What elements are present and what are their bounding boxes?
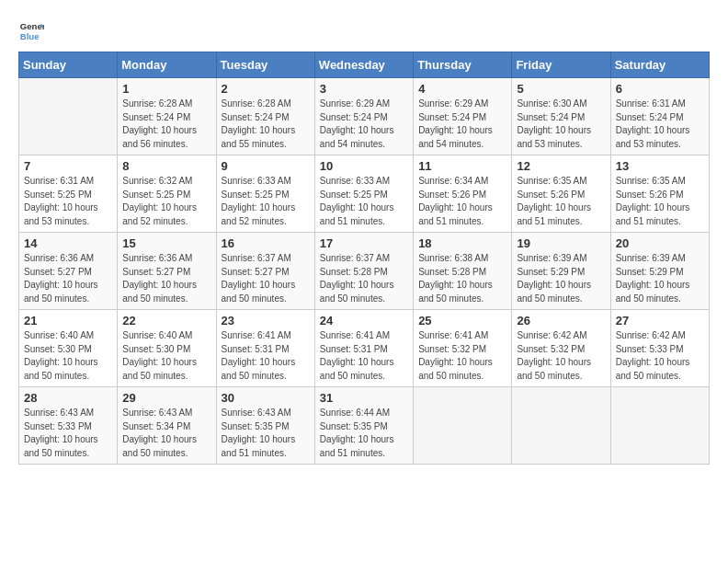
day-info: Sunrise: 6:41 AM Sunset: 5:31 PM Dayligh…	[320, 329, 408, 383]
day-number: 23	[222, 314, 310, 327]
calendar-cell: 23Sunrise: 6:41 AM Sunset: 5:31 PM Dayli…	[216, 310, 314, 387]
day-info: Sunrise: 6:36 AM Sunset: 5:27 PM Dayligh…	[24, 252, 112, 305]
calendar-cell: 5Sunrise: 6:30 AM Sunset: 5:24 PM Daylig…	[512, 78, 610, 155]
day-info: Sunrise: 6:39 AM Sunset: 5:29 PM Dayligh…	[517, 252, 605, 305]
day-info: Sunrise: 6:32 AM Sunset: 5:25 PM Dayligh…	[122, 175, 210, 228]
calendar-cell: 10Sunrise: 6:33 AM Sunset: 5:25 PM Dayli…	[314, 155, 413, 233]
calendar-cell: 1Sunrise: 6:28 AM Sunset: 5:24 PM Daylig…	[118, 78, 216, 155]
calendar-cell: 6Sunrise: 6:31 AM Sunset: 5:24 PM Daylig…	[610, 78, 709, 155]
day-number: 29	[122, 391, 210, 405]
calendar-cell: 30Sunrise: 6:43 AM Sunset: 5:35 PM Dayli…	[216, 387, 314, 465]
day-number: 25	[418, 314, 506, 327]
day-info: Sunrise: 6:34 AM Sunset: 5:26 PM Dayligh…	[418, 175, 506, 228]
day-info: Sunrise: 6:40 AM Sunset: 5:30 PM Dayligh…	[24, 329, 112, 383]
calendar-cell: 19Sunrise: 6:39 AM Sunset: 5:29 PM Dayli…	[512, 233, 610, 310]
day-number: 15	[122, 236, 210, 250]
calendar-cell: 21Sunrise: 6:40 AM Sunset: 5:30 PM Dayli…	[19, 310, 118, 387]
weekday-header: Friday	[512, 52, 610, 78]
logo-icon: General Blue	[18, 18, 44, 44]
day-info: Sunrise: 6:43 AM Sunset: 5:33 PM Dayligh…	[24, 407, 112, 460]
calendar-cell: 20Sunrise: 6:39 AM Sunset: 5:29 PM Dayli…	[610, 233, 709, 310]
day-number: 12	[517, 159, 605, 173]
day-info: Sunrise: 6:41 AM Sunset: 5:32 PM Dayligh…	[418, 329, 506, 383]
calendar-cell: 29Sunrise: 6:43 AM Sunset: 5:34 PM Dayli…	[118, 387, 216, 465]
day-number: 30	[222, 391, 310, 405]
day-number: 26	[517, 314, 605, 327]
day-info: Sunrise: 6:28 AM Sunset: 5:24 PM Dayligh…	[122, 98, 210, 151]
day-number: 27	[616, 314, 704, 327]
day-info: Sunrise: 6:29 AM Sunset: 5:24 PM Dayligh…	[418, 98, 506, 151]
day-info: Sunrise: 6:37 AM Sunset: 5:27 PM Dayligh…	[222, 252, 310, 305]
calendar-cell: 22Sunrise: 6:40 AM Sunset: 5:30 PM Dayli…	[118, 310, 216, 387]
calendar-cell: 18Sunrise: 6:38 AM Sunset: 5:28 PM Dayli…	[414, 233, 512, 310]
day-number: 6	[616, 82, 704, 96]
calendar-cell: 24Sunrise: 6:41 AM Sunset: 5:31 PM Dayli…	[314, 310, 413, 387]
calendar-cell: 8Sunrise: 6:32 AM Sunset: 5:25 PM Daylig…	[118, 155, 216, 233]
calendar-cell: 25Sunrise: 6:41 AM Sunset: 5:32 PM Dayli…	[414, 310, 512, 387]
calendar-cell: 28Sunrise: 6:43 AM Sunset: 5:33 PM Dayli…	[19, 387, 118, 465]
day-number: 18	[418, 236, 506, 250]
logo: General Blue	[18, 18, 48, 44]
day-number: 20	[616, 236, 704, 250]
calendar-cell: 7Sunrise: 6:31 AM Sunset: 5:25 PM Daylig…	[19, 155, 118, 233]
calendar-cell: 3Sunrise: 6:29 AM Sunset: 5:24 PM Daylig…	[314, 78, 413, 155]
day-info: Sunrise: 6:31 AM Sunset: 5:25 PM Dayligh…	[24, 175, 112, 228]
day-number: 13	[616, 159, 704, 173]
day-info: Sunrise: 6:42 AM Sunset: 5:32 PM Dayligh…	[517, 329, 605, 383]
day-info: Sunrise: 6:44 AM Sunset: 5:35 PM Dayligh…	[320, 407, 408, 460]
svg-text:General: General	[20, 21, 44, 31]
weekday-row: SundayMondayTuesdayWednesdayThursdayFrid…	[19, 52, 710, 78]
calendar: SundayMondayTuesdayWednesdayThursdayFrid…	[18, 52, 710, 465]
calendar-week-row: 7Sunrise: 6:31 AM Sunset: 5:25 PM Daylig…	[19, 155, 710, 233]
day-number: 19	[517, 236, 605, 250]
calendar-cell: 14Sunrise: 6:36 AM Sunset: 5:27 PM Dayli…	[19, 233, 118, 310]
calendar-cell: 2Sunrise: 6:28 AM Sunset: 5:24 PM Daylig…	[216, 78, 314, 155]
svg-text:Blue: Blue	[20, 31, 40, 41]
calendar-week-row: 14Sunrise: 6:36 AM Sunset: 5:27 PM Dayli…	[19, 233, 710, 310]
calendar-header: SundayMondayTuesdayWednesdayThursdayFrid…	[19, 52, 710, 78]
calendar-cell	[19, 78, 118, 155]
day-number: 11	[418, 159, 506, 173]
day-info: Sunrise: 6:42 AM Sunset: 5:33 PM Dayligh…	[616, 329, 704, 383]
day-number: 14	[24, 236, 112, 250]
day-number: 9	[222, 159, 310, 173]
day-info: Sunrise: 6:33 AM Sunset: 5:25 PM Dayligh…	[320, 175, 408, 228]
day-number: 17	[320, 236, 408, 250]
day-info: Sunrise: 6:41 AM Sunset: 5:31 PM Dayligh…	[222, 329, 310, 383]
day-info: Sunrise: 6:33 AM Sunset: 5:25 PM Dayligh…	[222, 175, 310, 228]
day-number: 5	[517, 82, 605, 96]
day-number: 2	[222, 82, 310, 96]
calendar-cell: 16Sunrise: 6:37 AM Sunset: 5:27 PM Dayli…	[216, 233, 314, 310]
day-number: 22	[122, 314, 210, 327]
calendar-cell: 9Sunrise: 6:33 AM Sunset: 5:25 PM Daylig…	[216, 155, 314, 233]
calendar-cell	[414, 387, 512, 465]
day-info: Sunrise: 6:43 AM Sunset: 5:35 PM Dayligh…	[222, 407, 310, 460]
calendar-week-row: 1Sunrise: 6:28 AM Sunset: 5:24 PM Daylig…	[19, 78, 710, 155]
day-info: Sunrise: 6:40 AM Sunset: 5:30 PM Dayligh…	[122, 329, 210, 383]
day-number: 31	[320, 391, 408, 405]
day-number: 7	[24, 159, 112, 173]
weekday-header: Sunday	[19, 52, 118, 78]
day-info: Sunrise: 6:37 AM Sunset: 5:28 PM Dayligh…	[320, 252, 408, 305]
day-number: 21	[24, 314, 112, 327]
day-number: 4	[418, 82, 506, 96]
day-info: Sunrise: 6:28 AM Sunset: 5:24 PM Dayligh…	[222, 98, 310, 151]
calendar-week-row: 28Sunrise: 6:43 AM Sunset: 5:33 PM Dayli…	[19, 387, 710, 465]
day-number: 8	[122, 159, 210, 173]
day-number: 10	[320, 159, 408, 173]
calendar-cell: 31Sunrise: 6:44 AM Sunset: 5:35 PM Dayli…	[314, 387, 413, 465]
weekday-header: Wednesday	[314, 52, 413, 78]
day-info: Sunrise: 6:36 AM Sunset: 5:27 PM Dayligh…	[122, 252, 210, 305]
day-info: Sunrise: 6:35 AM Sunset: 5:26 PM Dayligh…	[517, 175, 605, 228]
calendar-cell: 26Sunrise: 6:42 AM Sunset: 5:32 PM Dayli…	[512, 310, 610, 387]
day-info: Sunrise: 6:31 AM Sunset: 5:24 PM Dayligh…	[616, 98, 704, 151]
calendar-cell: 11Sunrise: 6:34 AM Sunset: 5:26 PM Dayli…	[414, 155, 512, 233]
calendar-cell: 12Sunrise: 6:35 AM Sunset: 5:26 PM Dayli…	[512, 155, 610, 233]
weekday-header: Thursday	[414, 52, 512, 78]
day-number: 1	[122, 82, 210, 96]
calendar-cell: 13Sunrise: 6:35 AM Sunset: 5:26 PM Dayli…	[610, 155, 709, 233]
calendar-cell: 15Sunrise: 6:36 AM Sunset: 5:27 PM Dayli…	[118, 233, 216, 310]
day-info: Sunrise: 6:29 AM Sunset: 5:24 PM Dayligh…	[320, 98, 408, 151]
calendar-body: 1Sunrise: 6:28 AM Sunset: 5:24 PM Daylig…	[19, 78, 710, 465]
day-number: 24	[320, 314, 408, 327]
